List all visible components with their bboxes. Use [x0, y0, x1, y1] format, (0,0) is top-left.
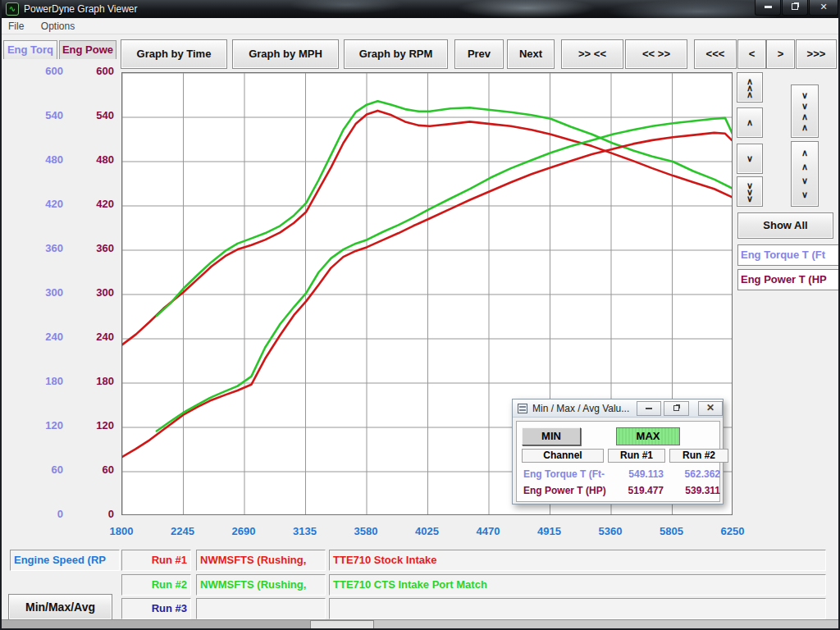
- prev-button[interactable]: Prev: [454, 39, 504, 69]
- window-title: PowerDyne Graph Viewer: [24, 3, 138, 15]
- run-2-description-field[interactable]: TTE710 CTS Intake Port Match: [329, 574, 826, 596]
- x-tick: 6250: [704, 525, 761, 537]
- min-max-avg-dialog: Min / Max / Avg Valu... ✕ MIN MAX Channe…: [512, 399, 724, 504]
- graph-by-mph-button[interactable]: Graph by MPH: [232, 39, 339, 69]
- x-axis-channel-field[interactable]: Engine Speed (RP: [10, 550, 120, 571]
- y-tick-power: 60: [65, 463, 114, 476]
- run-1-description-field[interactable]: TTE710 Stock Intake: [329, 550, 826, 571]
- dialog-maximize-button[interactable]: [664, 401, 689, 416]
- y-tick-torque: 600: [14, 65, 63, 77]
- x-tick: 2690: [215, 525, 272, 537]
- close-icon: ✕: [819, 2, 827, 11]
- restore-icon: [792, 3, 798, 10]
- y-tick-torque: 240: [14, 331, 63, 343]
- dialog-title: Min / Max / Avg Valu...: [532, 403, 629, 414]
- x-tick: 5360: [582, 525, 639, 537]
- pan-right-button[interactable]: >: [766, 39, 795, 69]
- dialog-icon: [518, 404, 527, 413]
- scroll-down-button[interactable]: ∨: [737, 144, 763, 174]
- run-label-2: Run #2: [121, 574, 191, 596]
- compress-vertical-button[interactable]: ∨ ∨ ∧ ∧: [791, 84, 819, 138]
- y-tick-torque: 540: [14, 109, 63, 121]
- minimize-button[interactable]: [755, 0, 781, 16]
- x-tick: 1800: [93, 525, 150, 537]
- app-icon: ∿: [6, 2, 19, 16]
- scroll-up-fast-button[interactable]: ∧ ∧ ∧: [737, 72, 763, 103]
- x-tick: 4025: [399, 525, 456, 537]
- y-tick-power: 420: [65, 198, 114, 210]
- dialog-row-run2-value: 562.362: [669, 468, 720, 480]
- column-header-run2: Run #2: [669, 449, 728, 463]
- graph-by-time-button[interactable]: Graph by Time: [121, 39, 227, 69]
- horizontal-scrollbar-thumb[interactable]: [310, 620, 374, 629]
- x-tick: 4915: [521, 525, 578, 537]
- x-tick: 4470: [459, 525, 517, 537]
- horizontal-scrollbar-track[interactable]: [374, 620, 840, 630]
- tab-eng-power[interactable]: Eng Powe: [59, 40, 116, 59]
- pan-far-right-button[interactable]: >>>: [796, 39, 837, 69]
- y-tick-power: 300: [65, 286, 114, 299]
- column-header-channel: Channel: [522, 449, 604, 463]
- y-tick-power: 0: [65, 508, 114, 520]
- x-tick: 2245: [154, 525, 212, 537]
- run-1-source-field[interactable]: NWMSFTS (Rushing,: [196, 550, 326, 571]
- y-tick-torque: 300: [14, 286, 63, 299]
- legend-eng-power[interactable]: Eng Power T (HP: [737, 269, 840, 290]
- close-button[interactable]: ✕: [809, 0, 838, 16]
- tab-eng-torque[interactable]: Eng Torq: [3, 40, 57, 59]
- expand-vertical-button[interactable]: ∧ ∧ ∨ ∨: [791, 141, 819, 207]
- run-3-source-field[interactable]: [196, 598, 326, 619]
- scroll-down-fast-button[interactable]: ∨ ∨ ∨: [737, 176, 763, 207]
- min-toggle-button[interactable]: MIN: [522, 427, 581, 445]
- y-tick-torque: 420: [14, 198, 63, 210]
- min-max-avg-button[interactable]: Min/Max/Avg: [8, 594, 112, 620]
- column-header-run1: Run #1: [608, 449, 665, 463]
- y-tick-torque: 0: [14, 508, 63, 520]
- minimize-icon: [765, 6, 772, 8]
- run-2-source-field[interactable]: NWMSFTS (Rushing,: [196, 574, 326, 596]
- y-tick-torque: 120: [14, 419, 63, 431]
- close-icon: ✕: [706, 402, 714, 413]
- x-tick: 3580: [337, 525, 395, 537]
- y-tick-power: 600: [65, 65, 114, 77]
- minimize-icon: [646, 408, 652, 409]
- menu-options[interactable]: Options: [34, 19, 81, 34]
- x-tick: 5805: [643, 525, 701, 537]
- curve-run-2-eng-torque-t-ft-lbs-tte710-cts-intake-port-match: [157, 101, 732, 316]
- next-button[interactable]: Next: [507, 39, 555, 69]
- y-tick-power: 540: [65, 109, 114, 121]
- y-tick-torque: 360: [14, 242, 63, 254]
- title-bar[interactable]: ∿ PowerDyne Graph Viewer ✕: [2, 0, 838, 18]
- run-label-3: Run #3: [121, 598, 191, 619]
- legend-eng-torque[interactable]: Eng Torque T (Ft: [737, 244, 840, 266]
- run-label-1: Run #1: [121, 550, 191, 571]
- run-3-description-field[interactable]: [329, 598, 826, 619]
- menu-file[interactable]: File: [2, 19, 30, 34]
- dialog-title-bar[interactable]: Min / Max / Avg Valu... ✕: [513, 399, 723, 418]
- zoom-in-x-button[interactable]: >> <<: [561, 39, 623, 69]
- y-tick-torque: 480: [14, 153, 63, 166]
- graph-by-rpm-button[interactable]: Graph by RPM: [344, 39, 448, 69]
- scroll-up-button[interactable]: ∧: [737, 107, 763, 138]
- y-tick-power: 120: [65, 419, 114, 431]
- pan-left-button[interactable]: <: [737, 39, 766, 69]
- max-toggle-button[interactable]: MAX: [616, 427, 680, 445]
- y-tick-power: 360: [65, 242, 114, 254]
- app-window: ∿ PowerDyne Graph Viewer ✕ File Options …: [0, 0, 840, 630]
- dialog-row-run1-value: 519.477: [608, 485, 664, 496]
- y-tick-power: 480: [65, 153, 114, 166]
- dialog-row-run2-value: 539.311: [669, 485, 720, 496]
- pan-far-left-button[interactable]: <<<: [694, 39, 737, 69]
- zoom-out-x-button[interactable]: << >>: [625, 39, 687, 69]
- x-tick: 3135: [276, 525, 334, 537]
- dialog-body: MIN MAX Channel Run #1 Run #2 Eng Torque…: [516, 421, 720, 502]
- y-tick-torque: 180: [14, 375, 63, 387]
- maximize-button[interactable]: [782, 0, 808, 16]
- y-tick-power: 240: [65, 331, 114, 343]
- dialog-minimize-button[interactable]: [637, 401, 661, 416]
- show-all-button[interactable]: Show All: [737, 212, 833, 239]
- dialog-close-button[interactable]: ✕: [698, 401, 723, 416]
- dialog-row-channel: Eng Torque T (Ft-: [523, 468, 607, 480]
- curve-run-1-eng-torque-t-ft-lbs-tte710-stock-intake: [122, 111, 732, 345]
- y-tick-torque: 60: [14, 463, 63, 476]
